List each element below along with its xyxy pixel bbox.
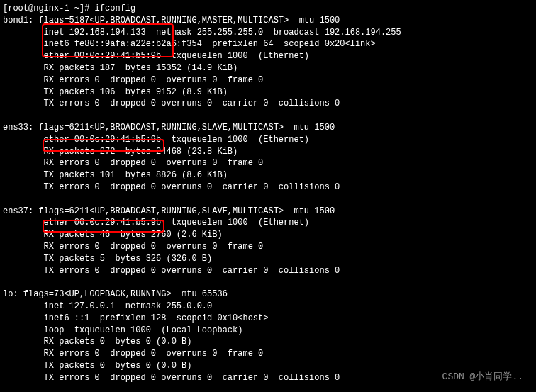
blank-line (3, 384, 533, 393)
bond1-inet6: inet6 fe80::9afa:a22e:b2a6:f354 prefixle… (3, 38, 533, 50)
ens37-tx-packets: TX packets 5 bytes 326 (326.0 B) (3, 253, 533, 265)
ens37-ether: ether 00:0c:29:41:b5:9b txqueuelen 1000 … (3, 217, 533, 229)
ens33-ether: ether 00:0c:29:41:b5:9b txqueuelen 1000 … (3, 134, 533, 146)
lo-inet: inet 127.0.0.1 netmask 255.0.0.0 (3, 301, 533, 313)
watermark-text: CSDN @小肖同学.. (442, 371, 523, 383)
ens37-tx-errors: TX errors 0 dropped 0 overruns 0 carrier… (3, 265, 533, 277)
lo-rx-packets: RX packets 0 bytes 0 (0.0 B) (3, 336, 533, 348)
ens37-rx-errors: RX errors 0 dropped 0 overruns 0 frame 0 (3, 241, 533, 253)
bond1-inet: inet 192.168.194.133 netmask 255.255.255… (3, 27, 533, 39)
lo-rx-errors: RX errors 0 dropped 0 overruns 0 frame 0 (3, 348, 533, 360)
lo-inet6: inet6 ::1 prefixlen 128 scopeid 0x10<hos… (3, 313, 533, 325)
bond1-tx-packets: TX packets 106 bytes 9152 (8.9 KiB) (3, 86, 533, 99)
blank-line (3, 110, 533, 122)
bond1-rx-packets: RX packets 187 bytes 15352 (14.9 KiB) (3, 62, 533, 74)
ens33-rx-errors: RX errors 0 dropped 0 overruns 0 frame 0 (3, 157, 533, 169)
ens33-rx-packets: RX packets 272 bytes 24468 (23.8 KiB) (3, 146, 533, 158)
lo-header: lo: flags=73<UP,LOOPBACK,RUNNING> mtu 65… (3, 289, 533, 301)
bond1-header: bond1: flags=5187<UP,BROADCAST,RUNNING,M… (3, 15, 533, 27)
blank-line (3, 194, 533, 206)
bond1-ether: ether 00:0c:29:41:b5:9b txqueuelen 1000 … (3, 50, 533, 62)
prompt-line[interactable]: [root@nginx-1 ~]# ifconfig (3, 3, 533, 15)
ens33-tx-errors: TX errors 0 dropped 0 overruns 0 carrier… (3, 181, 533, 194)
ens37-rx-packets: RX packets 46 bytes 2760 (2.6 KiB) (3, 229, 533, 241)
bond1-tx-errors: TX errors 0 dropped 0 overruns 0 carrier… (3, 98, 533, 110)
ens33-header: ens33: flags=6211<UP,BROADCAST,RUNNING,S… (3, 122, 533, 134)
ens33-tx-packets: TX packets 101 bytes 8826 (8.6 KiB) (3, 169, 533, 181)
bond1-rx-errors: RX errors 0 dropped 0 overruns 0 frame 0 (3, 74, 533, 86)
lo-loop: loop txqueuelen 1000 (Local Loopback) (3, 325, 533, 337)
blank-line (3, 276, 533, 289)
ens37-header: ens37: flags=6211<UP,BROADCAST,RUNNING,S… (3, 206, 533, 218)
